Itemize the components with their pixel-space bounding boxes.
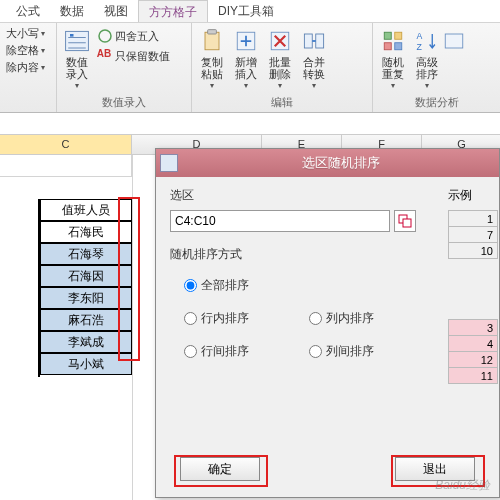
tab-formula[interactable]: 公式 bbox=[6, 0, 50, 22]
case-button[interactable]: 大小写▾ bbox=[4, 25, 52, 42]
svg-point-2 bbox=[99, 30, 111, 42]
svg-text:A: A bbox=[417, 31, 423, 41]
cell[interactable]: 李东阳 bbox=[40, 287, 132, 309]
cell[interactable]: 麻石浩 bbox=[40, 309, 132, 331]
tab-diy[interactable]: DIY工具箱 bbox=[208, 0, 284, 22]
ok-button[interactable]: 确定 bbox=[180, 457, 260, 481]
mode-label: 随机排序方式 bbox=[170, 246, 485, 263]
trim-spaces-button[interactable]: 除空格▾ bbox=[4, 42, 52, 59]
cell[interactable]: 马小斌 bbox=[40, 353, 132, 375]
range-picker-icon bbox=[398, 214, 412, 228]
svg-rect-15 bbox=[445, 34, 463, 48]
ribbon-body: 大小写▾ 除空格▾ 除内容▾ 数值 录入 ▾ 四舍五入 AB只保留数值 数值录入… bbox=[0, 23, 500, 113]
tab-data[interactable]: 数据 bbox=[50, 0, 94, 22]
svg-rect-4 bbox=[207, 30, 216, 34]
dialog-title: 选区随机排序 bbox=[182, 154, 499, 172]
copy-paste-button[interactable]: 复制 粘贴▾ bbox=[196, 25, 228, 94]
radio-row-between[interactable]: 行间排序 bbox=[184, 343, 249, 360]
keep-values-button[interactable]: AB只保留数值 bbox=[95, 47, 172, 65]
random-repeat-button[interactable]: 随机 重复▾ bbox=[377, 25, 409, 94]
tab-view[interactable]: 视图 bbox=[94, 0, 138, 22]
radio-all[interactable]: 全部排序 bbox=[184, 277, 249, 294]
example-table-top: 1 7 10 bbox=[448, 210, 498, 259]
batch-delete-button[interactable]: 批量 删除▾ bbox=[264, 25, 296, 94]
radio-col-in[interactable]: 列内排序 bbox=[309, 310, 374, 327]
round-button[interactable]: 四舍五入 bbox=[95, 27, 172, 45]
svg-rect-9 bbox=[384, 32, 391, 39]
chevron-down-icon: ▾ bbox=[75, 81, 79, 90]
cell-header[interactable]: 值班人员 bbox=[40, 199, 132, 221]
merge-icon bbox=[300, 27, 328, 55]
range-label: 选区 bbox=[170, 187, 485, 204]
random-icon bbox=[379, 27, 407, 55]
number-input-icon bbox=[63, 27, 91, 55]
range-input[interactable] bbox=[170, 210, 390, 232]
insert-icon bbox=[232, 27, 260, 55]
tab-ffgz[interactable]: 方方格子 bbox=[138, 0, 208, 22]
chevron-down-icon: ▾ bbox=[41, 29, 45, 38]
example-table-bottom: 3 4 12 11 bbox=[448, 319, 498, 384]
merge-button[interactable]: 合并 转换▾ bbox=[298, 25, 330, 94]
sort-icon: AZ bbox=[413, 27, 441, 55]
svg-text:Z: Z bbox=[417, 42, 423, 52]
svg-rect-11 bbox=[384, 43, 391, 50]
clipboard-icon bbox=[198, 27, 226, 55]
svg-rect-7 bbox=[304, 34, 312, 48]
delete-icon bbox=[266, 27, 294, 55]
example-panel: 示例 1 7 10 3 4 12 11 bbox=[444, 187, 499, 384]
group-label: 数值录入 bbox=[61, 94, 187, 111]
exit-button[interactable]: 退出 bbox=[395, 457, 475, 481]
col-header[interactable]: C bbox=[0, 135, 132, 154]
insert-button[interactable]: 新增 插入▾ bbox=[230, 25, 262, 94]
dialog-titlebar[interactable]: 选区随机排序 bbox=[156, 149, 499, 177]
number-input-button[interactable]: 数值 录入 ▾ bbox=[61, 25, 93, 94]
svg-rect-17 bbox=[403, 219, 411, 227]
svg-rect-8 bbox=[315, 34, 323, 48]
cell[interactable]: 石海民 bbox=[40, 221, 132, 243]
range-picker-button[interactable] bbox=[394, 210, 416, 232]
cell[interactable]: 石海因 bbox=[40, 265, 132, 287]
svg-rect-3 bbox=[205, 32, 219, 50]
radio-col-between[interactable]: 列间排序 bbox=[309, 343, 374, 360]
formula-bar[interactable] bbox=[0, 113, 500, 135]
adv-sort-button[interactable]: AZ高级 排序▾ bbox=[411, 25, 443, 94]
cell[interactable]: 李斌成 bbox=[40, 331, 132, 353]
chevron-down-icon: ▾ bbox=[41, 46, 45, 55]
cell[interactable]: 石海琴 bbox=[40, 243, 132, 265]
ribbon-tabs: 公式 数据 视图 方方格子 DIY工具箱 bbox=[0, 0, 500, 23]
group-label: 数据分析 bbox=[377, 94, 496, 111]
svg-rect-1 bbox=[70, 34, 74, 37]
chevron-down-icon: ▾ bbox=[41, 63, 45, 72]
random-sort-dialog: 选区随机排序 选区 随机排序方式 全部排序 行内排序 列内排序 行间排序 列间排… bbox=[155, 148, 500, 498]
clear-content-button[interactable]: 除内容▾ bbox=[4, 59, 52, 76]
round-icon bbox=[97, 28, 113, 44]
dialog-sysicon bbox=[160, 154, 178, 172]
svg-rect-10 bbox=[395, 32, 402, 39]
svg-rect-12 bbox=[395, 43, 402, 50]
radio-row-in[interactable]: 行内排序 bbox=[184, 310, 249, 327]
group-label: 编辑 bbox=[196, 94, 369, 111]
abc-icon: AB bbox=[97, 48, 113, 64]
more-icon[interactable] bbox=[440, 27, 468, 55]
